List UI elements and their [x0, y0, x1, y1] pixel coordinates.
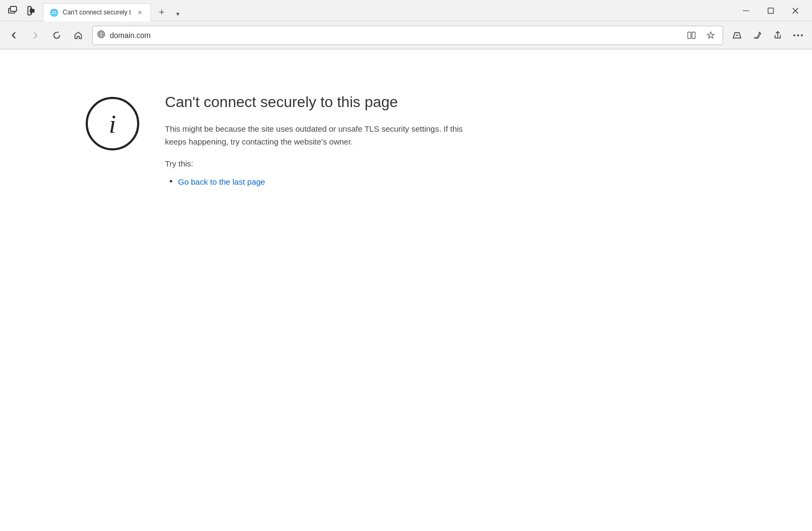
tab-title: Can't connect securely t	[63, 9, 131, 16]
active-tab[interactable]: 🌐 Can't connect securely t ✕	[43, 3, 151, 21]
globe-icon	[97, 30, 106, 40]
go-back-link[interactable]: Go back to the last page	[178, 177, 265, 186]
error-description: This might be because the site uses outd…	[165, 123, 465, 148]
suggestions-list: • Go back to the last page	[165, 177, 465, 186]
error-icon-wrapper: i	[86, 97, 139, 150]
more-button[interactable]	[788, 26, 808, 45]
new-tab-button[interactable]: +	[153, 4, 170, 21]
favorites-star-button[interactable]	[703, 28, 718, 43]
list-item: • Go back to the last page	[169, 177, 465, 186]
svg-rect-13	[692, 32, 695, 39]
bullet-icon: •	[169, 177, 172, 186]
svg-rect-4	[768, 8, 773, 13]
svg-point-15	[797, 34, 799, 36]
svg-rect-3	[743, 10, 749, 11]
page-content: i Can't connect securely to this page Th…	[0, 50, 812, 531]
titlebar-left	[4, 2, 41, 19]
tabs-area: 🌐 Can't connect securely t ✕ + ▾	[43, 0, 734, 21]
tab-manager-button[interactable]	[4, 2, 21, 19]
titlebar-controls	[734, 0, 808, 21]
navbar	[0, 21, 812, 49]
address-input[interactable]	[110, 31, 680, 40]
back-button[interactable]	[4, 26, 24, 45]
svg-rect-1	[11, 6, 17, 11]
forward-button[interactable]	[26, 26, 45, 45]
svg-rect-12	[688, 32, 691, 39]
titlebar: 🌐 Can't connect securely t ✕ + ▾	[0, 0, 812, 21]
share-button[interactable]	[768, 26, 787, 45]
tab-favicon: 🌐	[50, 9, 58, 17]
web-note-button[interactable]	[748, 26, 767, 45]
home-button[interactable]	[69, 26, 88, 45]
minimize-button[interactable]	[734, 0, 758, 21]
toolbar-buttons	[727, 26, 808, 45]
error-container: i Can't connect securely to this page Th…	[86, 93, 465, 191]
tab-list-button[interactable]: ▾	[170, 6, 185, 21]
try-this-label: Try this:	[165, 159, 465, 168]
error-title: Can't connect securely to this page	[165, 93, 465, 112]
close-button[interactable]	[783, 0, 808, 21]
refresh-button[interactable]	[47, 26, 66, 45]
svg-point-16	[801, 34, 803, 36]
reading-view-button[interactable]	[684, 28, 699, 43]
svg-point-14	[793, 34, 795, 36]
hub-button[interactable]	[727, 26, 747, 45]
restore-button[interactable]	[758, 0, 783, 21]
svg-rect-2	[28, 6, 31, 15]
tab-close-button[interactable]: ✕	[136, 8, 144, 17]
error-content: Can't connect securely to this page This…	[165, 93, 465, 191]
back-tab-button[interactable]	[24, 2, 41, 19]
info-circle-icon: i	[86, 97, 139, 150]
address-bar[interactable]	[92, 26, 723, 45]
